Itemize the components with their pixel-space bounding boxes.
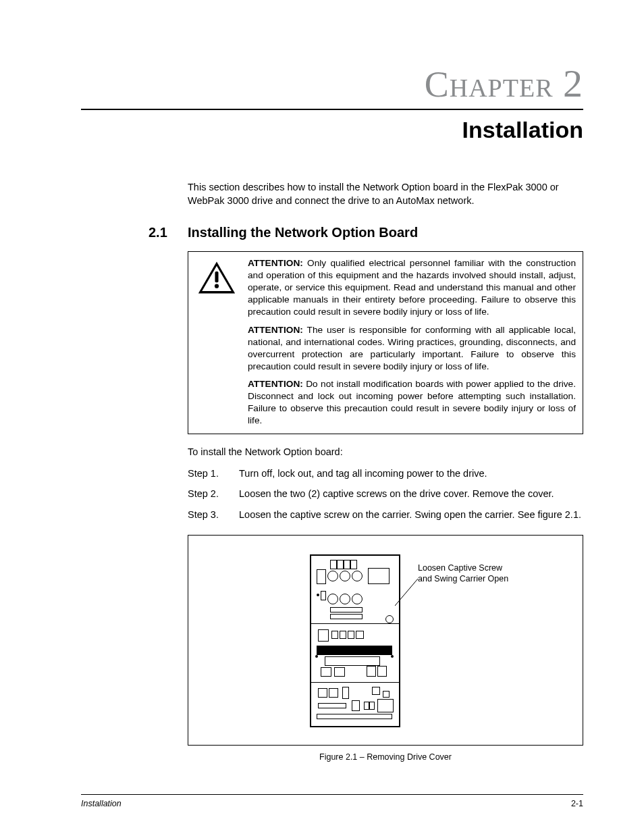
page-title: Installation [81,117,583,143]
list-item: Step 3. Loosen the captive screw on the … [188,508,583,521]
attention-lead: ATTENTION: [248,379,303,389]
step-label: Step 3. [188,508,239,521]
footer-right: 2-1 [571,799,583,808]
section-heading: 2.1 Installing the Network Option Board [149,225,583,240]
svg-point-3 [215,284,219,288]
device-section-bottom [311,683,399,725]
attention-p1: ATTENTION: Only qualified electrical per… [248,257,576,318]
chapter-prefix: Chapter [425,64,554,105]
callout-line2: and Swing Carrier Open [418,573,508,584]
figure-caption: Figure 2.1 – Removing Drive Cover [188,752,583,762]
step-text: Turn off, lock out, and tag all incoming… [239,467,487,480]
chapter-heading: Chapter 2 [81,61,583,106]
list-item: Step 2. Loosen the two (2) captive screw… [188,487,583,500]
heading-rule [81,109,583,110]
attention-lead: ATTENTION: [248,258,303,268]
device-section-top [311,556,399,624]
warning-icon-cell [188,252,245,434]
step-text: Loosen the captive screw on the carrier.… [239,508,581,521]
figure-box: Loosen Captive Screw and Swing Carrier O… [188,535,583,746]
steps-list: Step 1. Turn off, lock out, and tag all … [188,467,583,521]
list-item: Step 1. Turn off, lock out, and tag all … [188,467,583,480]
step-label: Step 2. [188,487,239,500]
attention-p3: ATTENTION: Do not install modification b… [248,378,576,427]
chapter-number: 2 [563,61,583,105]
section-number: 2.1 [149,225,188,240]
page: Chapter 2 Installation This section desc… [0,0,644,834]
step-text: Loosen the two (2) captive screws on the… [239,487,554,500]
warning-triangle-icon [197,260,236,295]
device-section-mid [311,624,399,683]
attention-p2: ATTENTION: The user is responsible for c… [248,324,576,373]
device-diagram [310,554,400,727]
attention-text: ATTENTION: Only qualified electrical per… [245,252,583,434]
step-label: Step 1. [188,467,239,480]
figure-callout: Loosen Captive Screw and Swing Carrier O… [418,563,508,585]
attention-box: ATTENTION: Only qualified electrical per… [188,251,583,434]
page-footer: Installation 2-1 [81,794,583,808]
attention-lead: ATTENTION: [248,325,303,335]
intro-paragraph: This section describes how to install th… [188,181,583,207]
figure-inner: Loosen Captive Screw and Swing Carrier O… [188,536,583,745]
svg-rect-2 [215,271,218,282]
install-lead: To install the Network Option board: [188,446,583,457]
footer-left: Installation [81,799,122,808]
footer-rule [81,794,583,795]
section-title: Installing the Network Option Board [188,225,418,240]
callout-line1: Loosen Captive Screw [418,563,508,573]
